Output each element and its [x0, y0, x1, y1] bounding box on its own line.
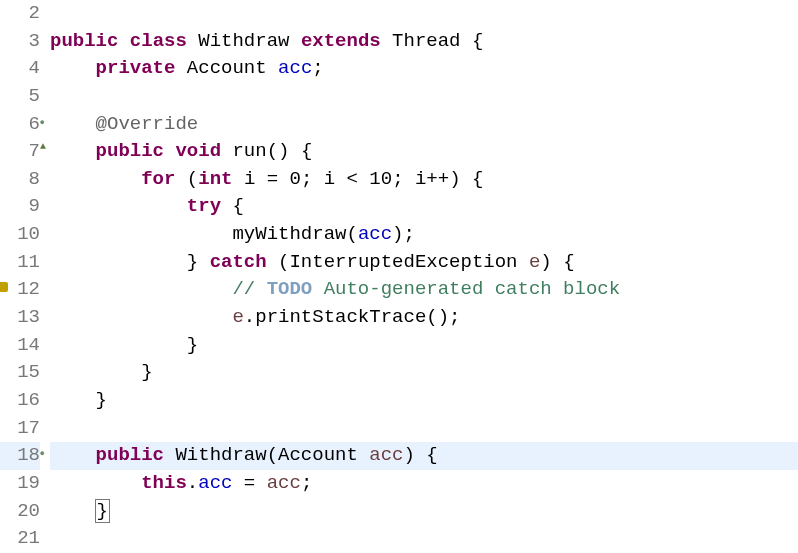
code-line: }: [50, 332, 798, 360]
line-number: 8: [0, 166, 40, 194]
line-number: 9: [0, 193, 40, 221]
override-marker-icon: ●: [40, 117, 45, 130]
code-line: // TODO Auto-generated catch block: [50, 276, 798, 304]
todo-marker-icon: [0, 282, 8, 292]
code-line-highlighted: public Withdraw(Account acc) {: [50, 442, 798, 470]
code-line: try {: [50, 193, 798, 221]
code-line: }: [50, 387, 798, 415]
line-number: 19: [0, 470, 40, 498]
line-number: 13: [0, 304, 40, 332]
code-line: @Override: [50, 111, 798, 139]
code-line: public void run() {: [50, 138, 798, 166]
line-number: 2: [0, 0, 40, 28]
code-line: myWithdraw(acc);: [50, 221, 798, 249]
code-line: [50, 0, 798, 28]
code-line: e.printStackTrace();: [50, 304, 798, 332]
line-number: 10: [0, 221, 40, 249]
code-line: [50, 415, 798, 443]
override-triangle-icon: ▲: [40, 140, 46, 155]
code-line: private Account acc;: [50, 55, 798, 83]
line-number: 14: [0, 332, 40, 360]
line-number: ▲7: [0, 138, 40, 166]
code-line: for (int i = 0; i < 10; i++) {: [50, 166, 798, 194]
code-line: }: [50, 359, 798, 387]
line-number-gutter: 2 3 4 5 6● ▲7 8 9 10 11 12 13 14 15 16 1…: [0, 0, 44, 553]
line-number: 15: [0, 359, 40, 387]
line-number: 16: [0, 387, 40, 415]
code-line: [50, 525, 798, 553]
code-line: [50, 83, 798, 111]
line-number: 6●: [0, 111, 40, 139]
code-editor: 2 3 4 5 6● ▲7 8 9 10 11 12 13 14 15 16 1…: [0, 0, 798, 553]
code-area[interactable]: public class Withdraw extends Thread { p…: [44, 0, 798, 553]
line-number: 4: [0, 55, 40, 83]
line-number: 21: [0, 525, 40, 553]
line-number: 20: [0, 498, 40, 526]
line-number: 12: [0, 276, 40, 304]
line-number: 18●: [0, 442, 40, 470]
line-number: 5: [0, 83, 40, 111]
line-number: 3: [0, 28, 40, 56]
line-number: 17: [0, 415, 40, 443]
method-marker-icon: ●: [40, 448, 45, 461]
bracket-match: }: [95, 499, 110, 523]
line-number: 11: [0, 249, 40, 277]
code-line: this.acc = acc;: [50, 470, 798, 498]
code-line: public class Withdraw extends Thread {: [50, 28, 798, 56]
code-line: }: [50, 498, 798, 526]
code-line: } catch (InterruptedException e) {: [50, 249, 798, 277]
